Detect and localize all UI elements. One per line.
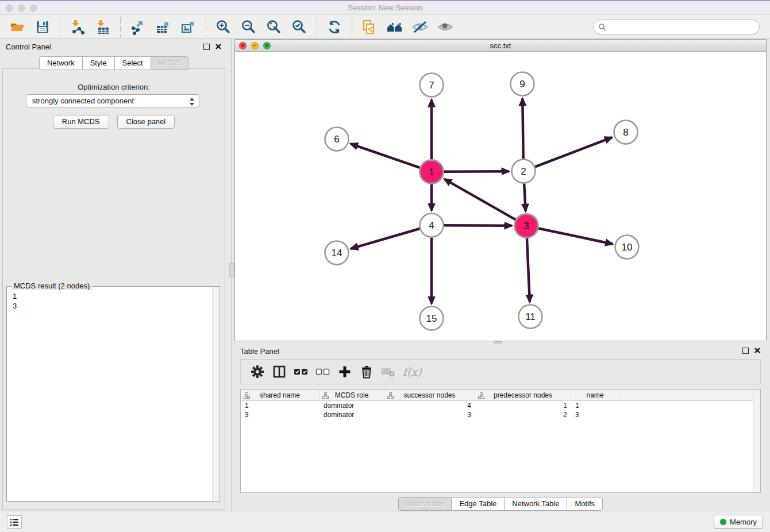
import-network-icon[interactable] [69, 18, 86, 36]
table-cell[interactable]: 3 [384, 410, 475, 419]
table-tab-network-table[interactable]: Network Table [504, 497, 567, 511]
search-input[interactable] [593, 20, 760, 34]
table-cell[interactable]: 3 [571, 410, 619, 419]
close-panel-button[interactable]: Close panel [117, 115, 175, 129]
home-icon[interactable] [386, 18, 403, 36]
tab-style[interactable]: Style [82, 56, 115, 70]
edge-2-to-3[interactable] [524, 183, 526, 211]
hide-selected-eye-icon[interactable] [411, 18, 429, 36]
graph-node-label-1: 1 [429, 167, 434, 178]
column-header-name[interactable]: name [571, 390, 619, 401]
edge-3-to-11[interactable] [527, 238, 530, 302]
splitter-grip[interactable] [229, 263, 234, 277]
zoom-selected-icon[interactable] [291, 18, 308, 36]
close-table-panel-icon[interactable] [754, 347, 761, 354]
column-header-successor-nodes[interactable]: successor nodes [384, 390, 475, 401]
table-cell[interactable]: dominator [319, 410, 384, 419]
edge-3-to-10[interactable] [538, 228, 613, 244]
select-all-checkboxes-icon[interactable] [293, 364, 309, 380]
import-table-icon[interactable] [94, 18, 111, 36]
column-header-predecessor-nodes[interactable]: predecessor nodes [475, 390, 571, 401]
zoom-window-icon[interactable] [30, 5, 37, 11]
close-window-icon[interactable] [6, 5, 13, 11]
window-controls-inactive[interactable] [6, 5, 37, 11]
table-cell[interactable]: dominator [319, 401, 384, 410]
zoom-out-icon[interactable] [240, 18, 257, 36]
table-cell[interactable]: 1 [571, 401, 619, 410]
table-cell[interactable]: 4 [384, 401, 475, 410]
table-cell[interactable]: 3 [241, 410, 319, 419]
column-header-label: successor nodes [403, 391, 455, 399]
function-builder-icon[interactable]: f(x) [403, 365, 422, 378]
column-sort-icon[interactable] [478, 392, 484, 399]
panel-splitter[interactable] [228, 39, 234, 511]
result-scrollbar[interactable] [212, 287, 219, 500]
network-window-titlebar[interactable]: × − + scc.txt [235, 40, 766, 52]
show-all-eye-icon[interactable] [437, 18, 454, 36]
table-panel: Table Panel [234, 344, 767, 511]
edge-4-to-3[interactable] [444, 225, 511, 226]
delete-table-icon[interactable] [380, 364, 396, 380]
network-graph[interactable]: 7968124314101511 [235, 52, 766, 341]
control-panel-tabs: NetworkStyleSelectMCDS [0, 56, 228, 70]
memory-button[interactable]: Memory [714, 515, 763, 529]
maximize-view-icon[interactable]: + [263, 42, 271, 49]
open-session-icon[interactable] [9, 18, 26, 36]
mcds-result-title: MCDS result (2 nodes) [11, 282, 92, 290]
edge-2-to-8[interactable] [535, 137, 612, 167]
copy-network-icon[interactable] [361, 18, 378, 36]
table-tab-node-table[interactable]: Node Table [398, 497, 452, 511]
criterion-dropdown[interactable]: strongly connected component [26, 94, 199, 107]
node-table[interactable]: shared nameMCDS rolesuccessor nodesprede… [240, 389, 761, 493]
column-header-MCDS-role[interactable]: MCDS role [319, 390, 384, 401]
float-panel-icon[interactable] [203, 44, 210, 50]
table-mode-gear-icon[interactable] [249, 364, 265, 380]
main-toolbar [0, 15, 770, 39]
edge-4-to-14[interactable] [351, 229, 419, 249]
close-view-icon[interactable]: × [239, 42, 247, 49]
tab-mcds[interactable]: MCDS [151, 56, 188, 70]
save-session-icon[interactable] [34, 18, 51, 36]
edge-1-to-6[interactable] [351, 144, 420, 168]
table-tab-edge-table[interactable]: Edge Table [451, 497, 505, 511]
table-cell[interactable]: 2 [475, 410, 571, 419]
table-row[interactable]: 1dominator411 [241, 401, 760, 410]
float-table-panel-icon[interactable] [742, 348, 749, 354]
column-sort-icon[interactable] [322, 392, 329, 399]
search-field-wrap [593, 20, 760, 34]
export-table-icon[interactable] [155, 18, 172, 36]
delete-column-icon[interactable] [359, 364, 375, 380]
column-header-shared-name[interactable]: shared name [241, 390, 319, 401]
graph-node-label-11: 11 [525, 311, 536, 322]
zoom-fit-icon[interactable] [265, 18, 283, 36]
edge-1-to-2[interactable] [444, 171, 509, 172]
refresh-icon[interactable] [326, 18, 343, 36]
edge-3-to-1[interactable] [444, 179, 515, 220]
export-network-icon[interactable] [129, 18, 147, 36]
table-cell[interactable]: 1 [475, 401, 571, 410]
add-column-icon[interactable] [337, 364, 353, 380]
table-cell[interactable]: 1 [241, 401, 319, 410]
edge-2-to-9[interactable] [522, 98, 523, 159]
minimize-window-icon[interactable] [18, 5, 25, 11]
zoom-in-icon[interactable] [215, 18, 232, 36]
tab-network[interactable]: Network [39, 56, 83, 70]
deselect-all-checkboxes-icon[interactable] [315, 364, 331, 380]
table-scrollbar[interactable] [753, 390, 760, 492]
column-selector-icon[interactable] [271, 364, 287, 380]
table-row[interactable]: 3dominator323 [241, 410, 760, 419]
column-sort-icon[interactable] [387, 392, 394, 399]
column-header-label: shared name [260, 391, 300, 399]
close-panel-icon[interactable] [215, 43, 222, 50]
export-image-icon[interactable] [180, 18, 197, 36]
mcds-result-item: 3 [13, 301, 220, 311]
column-sort-icon[interactable] [244, 392, 250, 399]
task-history-button[interactable] [7, 515, 22, 529]
horizontal-splitter-grip[interactable] [494, 341, 502, 344]
table-tab-motifs[interactable]: Motifs [567, 497, 603, 511]
tab-select[interactable]: Select [114, 56, 151, 70]
run-mcds-button[interactable]: Run MCDS [53, 115, 109, 129]
toolbar-separator [206, 17, 206, 37]
network-graph-canvas[interactable]: 7968124314101511 [235, 52, 766, 341]
minimize-view-icon[interactable]: − [251, 42, 259, 49]
